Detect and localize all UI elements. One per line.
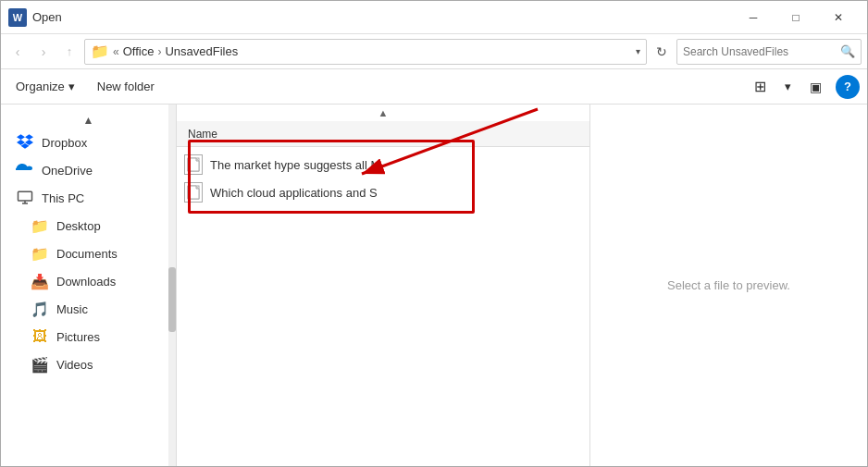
sidebar-label-dropbox: Dropbox bbox=[42, 136, 87, 150]
organize-button[interactable]: Organize ▾ bbox=[8, 75, 82, 99]
main-area: ▲ Dropbox OneDrive This PC bbox=[1, 104, 867, 466]
back-button[interactable]: ‹ bbox=[6, 41, 29, 63]
search-box: 🔍 bbox=[676, 39, 862, 65]
preview-area: Select a file to preview. bbox=[589, 104, 867, 466]
open-dialog: W Open ─ □ ✕ ‹ › ↑ 📁 « Office › UnsavedF… bbox=[0, 0, 868, 467]
search-input[interactable] bbox=[683, 45, 837, 58]
file-item-0[interactable]: The market hype suggests all M bbox=[177, 151, 589, 178]
sidebar-label-pictures: Pictures bbox=[56, 330, 100, 344]
sidebar-label-thispc: This PC bbox=[42, 191, 84, 205]
sidebar-scrollbar-thumb bbox=[168, 267, 176, 332]
column-name-header[interactable]: Name bbox=[184, 128, 582, 141]
panel-view-button[interactable]: ▣ bbox=[802, 75, 828, 99]
sidebar-label-videos: Videos bbox=[56, 358, 93, 372]
sidebar-item-dropbox[interactable]: Dropbox bbox=[1, 129, 176, 156]
sidebar-item-onedrive[interactable]: OneDrive bbox=[1, 156, 176, 184]
file-area-wrapper: ▲ Name The market hype suggests all M bbox=[177, 104, 867, 466]
forward-button[interactable]: › bbox=[32, 41, 55, 63]
path-office: Office bbox=[123, 44, 155, 58]
maximize-button[interactable]: □ bbox=[775, 4, 817, 31]
details-view-dropdown[interactable]: ▾ bbox=[775, 75, 800, 99]
desktop-folder-icon: 📁 bbox=[31, 216, 49, 235]
file-list: The market hype suggests all M Which clo… bbox=[177, 147, 589, 466]
folder-icon: 📁 bbox=[91, 43, 109, 60]
address-bar: ‹ › ↑ 📁 « Office › UnsavedFiles ▾ ↻ 🔍 bbox=[1, 34, 867, 69]
file-area: ▲ Name The market hype suggests all M bbox=[177, 104, 589, 466]
title-bar-controls: ─ □ ✕ bbox=[732, 4, 860, 31]
minimize-button[interactable]: ─ bbox=[732, 4, 775, 31]
sidebar-label-documents: Documents bbox=[56, 247, 118, 261]
search-icon: 🔍 bbox=[840, 44, 855, 58]
sidebar-label-onedrive: OneDrive bbox=[42, 164, 93, 178]
onedrive-icon bbox=[16, 161, 34, 179]
refresh-button[interactable]: ↻ bbox=[651, 41, 673, 63]
dialog-title: Open bbox=[32, 10, 62, 24]
sidebar-scrollbar[interactable] bbox=[168, 104, 176, 466]
file-list-scroll-indicator: ▲ bbox=[177, 104, 589, 121]
svg-rect-0 bbox=[19, 191, 32, 201]
sidebar-item-music[interactable]: 🎵 Music bbox=[1, 295, 176, 323]
sidebar-item-downloads[interactable]: 📥 Downloads bbox=[1, 267, 176, 295]
up-button[interactable]: ↑ bbox=[58, 41, 81, 63]
sidebar-item-thispc[interactable]: This PC bbox=[1, 184, 176, 212]
file-icon-1 bbox=[184, 182, 203, 203]
help-button[interactable]: ? bbox=[836, 75, 860, 99]
file-list-header: Name bbox=[177, 121, 589, 147]
new-folder-button[interactable]: New folder bbox=[90, 75, 162, 99]
documents-folder-icon: 📁 bbox=[31, 244, 49, 263]
address-path[interactable]: 📁 « Office › UnsavedFiles ▾ bbox=[84, 39, 647, 65]
sidebar-item-videos[interactable]: 🎬 Videos bbox=[1, 350, 176, 378]
sidebar-label-desktop: Desktop bbox=[56, 219, 101, 233]
sidebar-item-documents[interactable]: 📁 Documents bbox=[1, 240, 176, 267]
file-name-1: Which cloud applications and S bbox=[210, 186, 582, 200]
preview-text: Select a file to preview. bbox=[667, 278, 790, 292]
videos-folder-icon: 🎬 bbox=[31, 355, 49, 374]
title-bar: W Open ─ □ ✕ bbox=[1, 1, 867, 34]
close-button[interactable]: ✕ bbox=[817, 4, 860, 31]
sidebar-item-pictures[interactable]: 🖼 Pictures bbox=[1, 323, 176, 350]
file-item-1[interactable]: Which cloud applications and S bbox=[177, 178, 589, 206]
sidebar-item-desktop[interactable]: 📁 Desktop bbox=[1, 212, 176, 240]
file-icon-0 bbox=[184, 154, 203, 175]
word-icon: W bbox=[8, 8, 27, 27]
dropbox-icon bbox=[16, 133, 34, 152]
path-dropdown-arrow: ▾ bbox=[636, 46, 640, 56]
path-unsaved: UnsavedFiles bbox=[165, 44, 238, 58]
pc-icon bbox=[16, 189, 34, 207]
grid-view-button[interactable]: ⊞ bbox=[747, 75, 773, 99]
music-folder-icon: 🎵 bbox=[31, 300, 49, 318]
sidebar-label-downloads: Downloads bbox=[56, 275, 116, 289]
sidebar: ▲ Dropbox OneDrive This PC bbox=[1, 104, 177, 466]
toolbar: Organize ▾ New folder ⊞ ▾ ▣ ? bbox=[1, 69, 867, 104]
sidebar-label-music: Music bbox=[56, 302, 88, 316]
scroll-up-indicator: ▲ bbox=[1, 112, 176, 129]
downloads-folder-icon: 📥 bbox=[31, 272, 49, 290]
pictures-folder-icon: 🖼 bbox=[31, 327, 49, 346]
file-name-0: The market hype suggests all M bbox=[210, 158, 582, 172]
view-buttons: ⊞ ▾ ▣ bbox=[747, 75, 828, 99]
